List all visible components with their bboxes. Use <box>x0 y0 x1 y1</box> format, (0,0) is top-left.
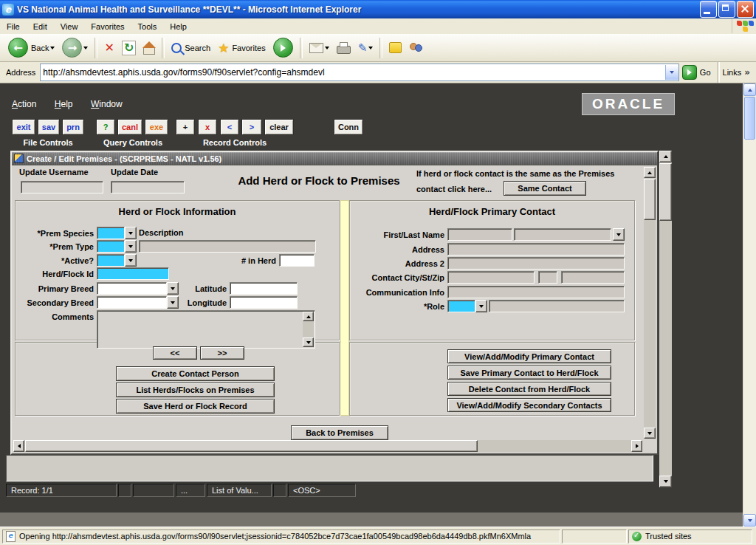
role-field[interactable] <box>447 300 475 312</box>
cancel-query-button[interactable]: canl <box>117 119 142 135</box>
prem-type-field[interactable] <box>97 240 125 253</box>
comments-scroll-up[interactable] <box>303 312 314 321</box>
links-chevron-icon[interactable]: » <box>744 67 750 78</box>
refresh-button[interactable]: ↻ <box>120 35 138 61</box>
insert-record-button[interactable]: + <box>176 119 195 135</box>
prem-type-dropdown[interactable] <box>125 240 137 253</box>
query-button[interactable]: ? <box>96 119 115 135</box>
contact-name-dropdown[interactable] <box>613 228 625 241</box>
mail-dropdown-icon[interactable] <box>325 47 329 49</box>
menu-edit[interactable]: Edit <box>27 20 54 33</box>
save-primary-contact-button[interactable]: Save Primary Contact to Herd/Flock <box>447 366 611 380</box>
delete-record-button[interactable]: x <box>198 119 217 135</box>
edit-button[interactable]: ✎ <box>356 35 376 61</box>
secondary-breed-field[interactable] <box>97 296 167 309</box>
menu-file[interactable]: File <box>0 20 27 33</box>
exit-button[interactable]: exit <box>12 119 35 135</box>
minimize-button[interactable] <box>700 1 717 18</box>
last-name-field[interactable] <box>514 228 611 241</box>
contact-address-field[interactable] <box>447 243 625 256</box>
description-field[interactable] <box>139 240 316 253</box>
secondary-breed-dropdown[interactable] <box>167 296 179 309</box>
address-dropdown[interactable] <box>665 65 678 80</box>
view-add-modify-secondary-contacts-button[interactable]: View/Add/Modify Secondary Contacts <box>447 398 611 412</box>
form-scroll-up[interactable] <box>644 167 656 178</box>
browser-vscroll-thumb[interactable] <box>744 97 755 140</box>
maximize-button[interactable] <box>718 1 735 18</box>
applet-scroll-down[interactable] <box>659 476 672 487</box>
form-vscroll-thumb[interactable] <box>644 179 656 220</box>
save-button[interactable]: sav <box>38 119 60 135</box>
prem-species-field[interactable] <box>97 227 125 239</box>
applet-vertical-scrollbar[interactable] <box>659 151 672 487</box>
primary-breed-field[interactable] <box>97 282 167 295</box>
clear-button[interactable]: clear <box>264 119 294 135</box>
discuss-button[interactable] <box>407 35 425 61</box>
contact-city-field[interactable] <box>447 271 535 284</box>
forward-button[interactable]: → <box>60 35 90 61</box>
first-name-field[interactable] <box>447 228 512 241</box>
comments-field[interactable] <box>97 310 315 349</box>
list-herds-flocks-button[interactable]: List Herds/Flocks on Premises <box>116 383 275 397</box>
longitude-field[interactable] <box>230 296 298 309</box>
form-hscroll-thumb[interactable] <box>25 440 478 452</box>
address-input[interactable] <box>41 66 665 79</box>
mail-button[interactable] <box>307 35 331 61</box>
update-date-field[interactable] <box>111 181 185 193</box>
role-description-field[interactable] <box>489 300 625 312</box>
contact-zip-field[interactable] <box>561 271 625 284</box>
go-button[interactable]: Go <box>682 65 711 80</box>
browser-scroll-up[interactable] <box>743 83 756 96</box>
applet-menu-window[interactable]: Window <box>91 99 123 109</box>
print-button[interactable] <box>334 35 353 61</box>
form-scroll-right[interactable] <box>631 440 642 452</box>
same-contact-button[interactable]: Same Contact <box>504 181 586 196</box>
previous-herd-button[interactable]: << <box>153 346 197 360</box>
applet-menu-help[interactable]: Help <box>55 99 73 109</box>
in-herd-field[interactable] <box>279 254 315 267</box>
form-horizontal-scrollbar[interactable] <box>13 440 642 452</box>
favorites-button[interactable]: ★ Favorites <box>216 35 268 61</box>
form-scroll-left[interactable] <box>13 440 24 452</box>
contact-state-field[interactable] <box>538 271 557 284</box>
communication-info-field[interactable] <box>447 286 625 298</box>
execute-query-button[interactable]: exe <box>145 119 168 135</box>
close-button[interactable] <box>737 1 754 18</box>
next-record-button[interactable]: > <box>241 119 262 135</box>
latitude-field[interactable] <box>230 282 298 295</box>
form-scroll-down[interactable] <box>644 428 656 439</box>
view-add-modify-primary-contact-button[interactable]: View/Add/Modify Primary Contact <box>447 349 611 363</box>
conn-button[interactable]: Conn <box>334 119 363 135</box>
back-button[interactable]: ← Back <box>6 35 57 61</box>
browser-vertical-scrollbar[interactable] <box>743 83 756 527</box>
browser-scroll-down[interactable] <box>743 514 756 527</box>
stop-button[interactable]: ✕ <box>102 35 116 61</box>
media-button[interactable] <box>271 35 295 61</box>
menu-favorites[interactable]: Favorites <box>84 20 131 33</box>
contact-address2-field[interactable] <box>447 257 625 270</box>
next-herd-button[interactable]: >> <box>200 346 244 360</box>
forward-dropdown-icon[interactable] <box>83 47 88 49</box>
active-dropdown[interactable] <box>125 254 137 267</box>
menu-view[interactable]: View <box>54 20 85 33</box>
previous-record-button[interactable]: < <box>220 119 239 135</box>
home-button[interactable] <box>141 35 157 61</box>
menu-help[interactable]: Help <box>163 20 193 33</box>
form-window-titlebar[interactable]: Create / Edit Premises - (SCRPREMS - NAT… <box>12 152 657 165</box>
back-to-premises-button[interactable]: Back to Premises <box>291 425 388 440</box>
messenger-button[interactable] <box>387 35 404 61</box>
save-herd-flock-record-button[interactable]: Save Herd or Flock Record <box>116 399 275 414</box>
role-dropdown[interactable] <box>475 300 487 312</box>
links-label[interactable]: Links <box>723 68 742 77</box>
menu-tools[interactable]: Tools <box>131 20 164 33</box>
applet-scroll-up[interactable] <box>659 151 672 162</box>
delete-contact-button[interactable]: Delete Contact from Herd/Flock <box>447 382 611 396</box>
primary-breed-dropdown[interactable] <box>167 282 179 295</box>
comments-scrollbar[interactable] <box>303 312 314 347</box>
update-username-field[interactable] <box>21 181 103 193</box>
applet-vscroll-thumb[interactable] <box>659 163 672 221</box>
herd-flock-id-field[interactable] <box>97 267 169 280</box>
active-field[interactable] <box>97 254 125 267</box>
comments-scroll-down[interactable] <box>303 337 314 347</box>
search-button[interactable]: Search <box>169 35 213 61</box>
